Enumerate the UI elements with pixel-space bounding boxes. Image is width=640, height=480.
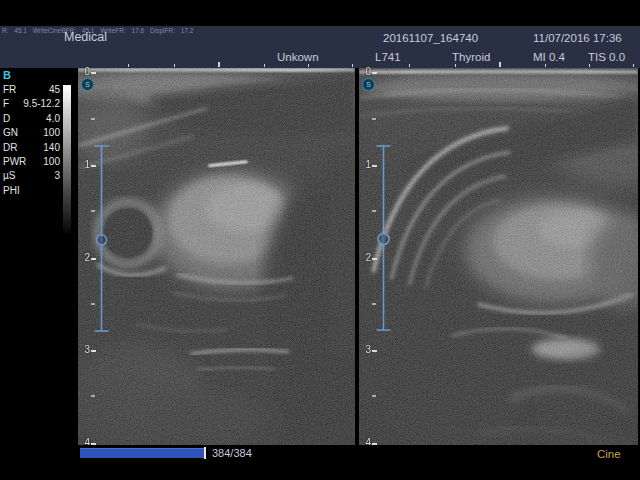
ultrasound-image-right xyxy=(359,68,638,445)
param-row-phi: PHI xyxy=(3,184,60,198)
param-row-fr: FR45 xyxy=(3,83,60,97)
depth-label: 0 xyxy=(80,66,90,77)
top-ruler-tick xyxy=(589,64,590,67)
param-row-us: µS3 xyxy=(3,169,60,183)
cine-mode-label: Cine xyxy=(597,448,621,460)
depth-label: 0 xyxy=(361,66,371,77)
depth-label: 3 xyxy=(80,344,90,355)
cine-position-marker[interactable] xyxy=(204,447,206,459)
param-row-d: D4.0 xyxy=(3,112,60,126)
exam-id: 20161107_164740 xyxy=(383,32,478,44)
top-ruler-tick xyxy=(545,64,546,67)
top-ruler-tick xyxy=(633,64,634,67)
patient-name: Unkown xyxy=(277,51,319,63)
cine-scrubber[interactable] xyxy=(80,448,204,458)
frame-counter: 384/384 xyxy=(212,447,252,459)
top-ruler-tick xyxy=(352,64,353,67)
exam-preset: Thyroid xyxy=(452,51,490,63)
top-ruler-tick xyxy=(308,64,309,67)
ultrasound-image-left xyxy=(78,68,355,445)
mode-indicator: B xyxy=(3,69,60,81)
depth-label: 3 xyxy=(361,344,371,355)
top-ruler-tick xyxy=(264,64,265,67)
facility-name: Medical xyxy=(64,30,107,44)
depth-label: 2 xyxy=(80,252,90,263)
orientation-marker-icon: S xyxy=(362,78,375,91)
ultrasound-screen: R: 45.1 WriteCineBFR: 45.1 WriteFR: 17.6… xyxy=(0,0,640,480)
datetime: 11/07/2016 17:36 xyxy=(533,32,622,44)
top-ruler-tick xyxy=(455,64,456,67)
mechanical-index: MI 0.4 xyxy=(533,51,565,63)
top-ruler-tick xyxy=(128,64,129,67)
footer-bar: 384/384 Cine xyxy=(0,445,640,480)
param-row-pwr: PWR100 xyxy=(3,155,60,169)
ultrasound-pane-right[interactable]: 0 1 2 3 4 S xyxy=(359,68,638,445)
top-ruler-center-tick xyxy=(218,62,220,67)
thermal-index: TIS 0.0 xyxy=(588,51,625,63)
param-row-gn: GN100 xyxy=(3,126,60,140)
top-ruler-center-tick xyxy=(499,62,501,67)
probe-model: L741 xyxy=(375,51,401,63)
ultrasound-pane-left[interactable]: 0 1 2 3 4 S xyxy=(78,68,355,445)
top-ruler-tick xyxy=(174,64,175,67)
depth-label: 1 xyxy=(80,159,90,170)
imaging-parameters-panel: B FR45 F9.5-12.2 D4.0 GN100 DR140 PWR100… xyxy=(3,69,60,198)
depth-label: 1 xyxy=(361,159,371,170)
depth-label: 2 xyxy=(361,252,371,263)
param-row-f: F9.5-12.2 xyxy=(3,97,60,111)
param-row-dr: DR140 xyxy=(3,141,60,155)
orientation-marker-icon: S xyxy=(81,78,94,91)
header-bar: R: 45.1 WriteCineBFR: 45.1 WriteFR: 17.6… xyxy=(0,26,640,68)
top-ruler-tick xyxy=(409,64,410,67)
grayscale-map-bar xyxy=(63,85,71,235)
